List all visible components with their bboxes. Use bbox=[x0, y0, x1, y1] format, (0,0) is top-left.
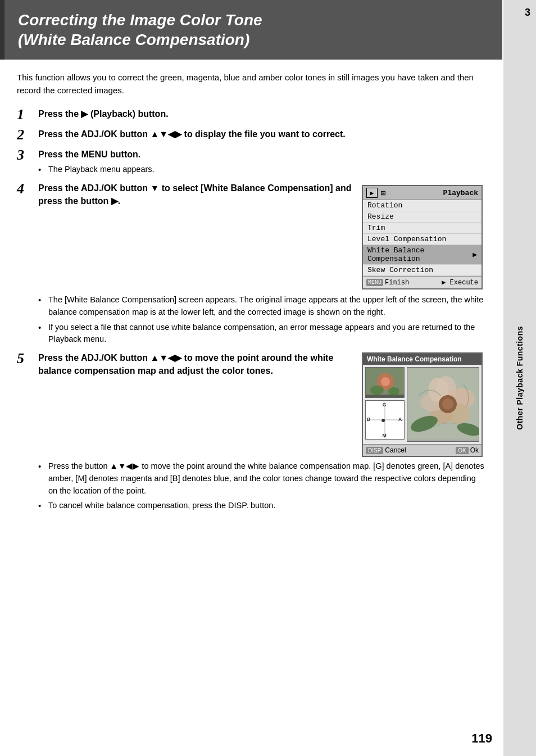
wb-right-img bbox=[407, 367, 479, 442]
step-2-title: Press the ADJ./OK button ▲▼◀▶ to display… bbox=[38, 128, 485, 141]
pm-item-level-compensation: Level Compensation bbox=[363, 234, 482, 245]
step-5-row: Press the ADJ./OK button ▲▼◀▶ to move th… bbox=[38, 351, 485, 457]
title-line1: Correcting the Image Color Tone bbox=[18, 11, 262, 29]
step-4-bullet-1: • The [White Balance Compensation] scree… bbox=[38, 294, 485, 319]
step-3-content: Press the MENU button. • The Playback me… bbox=[38, 148, 485, 176]
step-3-bullet-1: • The Playback menu appears. bbox=[38, 164, 485, 176]
pm-execute-label: ▶ Execute bbox=[442, 278, 478, 287]
step-4-bullet-2: • If you select a file that cannot use w… bbox=[38, 322, 485, 346]
step-5-number: 5 bbox=[17, 351, 38, 366]
step-5-bullet-1-text: Press the button ▲▼◀▶ to move the point … bbox=[48, 460, 485, 497]
step-4-content: Press the ADJ./OK button ▼ to select [Wh… bbox=[38, 182, 485, 346]
pm-footer: MENU Finish ▶ Execute bbox=[363, 276, 482, 288]
step-5-bullet-2: • To cancel white balance compensation, … bbox=[38, 500, 485, 513]
page-container: Correcting the Image Color Tone (White B… bbox=[0, 0, 536, 756]
step-4: 4 Press the ADJ./OK button ▼ to select [… bbox=[17, 182, 485, 346]
wb-cancel-label: Cancel bbox=[385, 446, 406, 454]
svg-point-2 bbox=[381, 377, 390, 386]
step-5-text: Press the ADJ./OK button ▲▼◀▶ to move th… bbox=[38, 351, 353, 377]
svg-text:A: A bbox=[398, 417, 402, 422]
sidebar: 3 Other Playback Functions bbox=[503, 0, 536, 756]
pm-icon-grid: ⊞ bbox=[381, 188, 385, 198]
wb-ok-label: Ok bbox=[470, 446, 479, 454]
header-banner: Correcting the Image Color Tone (White B… bbox=[0, 0, 502, 60]
step-3: 3 Press the MENU button. • The Playback … bbox=[17, 148, 485, 176]
svg-text:M: M bbox=[382, 433, 386, 438]
wb-footer: DISP Cancel OK Ok bbox=[363, 444, 482, 456]
pm-item-wb-compensation: White Balance Compensation ▶ bbox=[363, 245, 482, 265]
step-5-content: Press the ADJ./OK button ▲▼◀▶ to move th… bbox=[38, 351, 485, 513]
pm-item-resize: Resize bbox=[363, 211, 482, 223]
svg-rect-5 bbox=[366, 395, 405, 398]
step-5: 5 Press the ADJ./OK button ▲▼◀▶ to move … bbox=[17, 351, 485, 513]
step-4-bullet-1-text: The [White Balance Compensation] screen … bbox=[48, 294, 485, 319]
step-4-row: Press the ADJ./OK button ▼ to select [Wh… bbox=[38, 182, 485, 289]
pm-title: Playback bbox=[443, 189, 478, 197]
step-1-title: Press the ▶ (Playback) button. bbox=[38, 107, 485, 120]
step-3-bullet-text: The Playback menu appears. bbox=[48, 164, 155, 176]
step-4-text: Press the ADJ./OK button ▼ to select [Wh… bbox=[38, 182, 353, 207]
wb-comp-container: White Balance Compensation bbox=[362, 352, 483, 457]
pm-finish-label: Finish bbox=[385, 279, 409, 287]
step-2: 2 Press the ADJ./OK button ▲▼◀▶ to displ… bbox=[17, 128, 485, 142]
wb-ok-key: OK bbox=[456, 447, 468, 454]
sidebar-chapter-number: 3 bbox=[525, 7, 530, 19]
page-title: Correcting the Image Color Tone (White B… bbox=[10, 10, 485, 49]
wb-flower-svg bbox=[407, 368, 479, 440]
playback-menu: ▶ ⊞ Playback Rotation Resize bbox=[362, 185, 483, 289]
step-1-content: Press the ▶ (Playback) button. bbox=[38, 107, 485, 120]
step-3-number: 3 bbox=[17, 148, 38, 162]
step-3-title: Press the MENU button. bbox=[38, 148, 485, 161]
pm-item-trim: Trim bbox=[363, 223, 482, 234]
bullet-dot: • bbox=[38, 164, 48, 176]
svg-point-22 bbox=[442, 399, 453, 410]
step-5-bullet-1: • Press the button ▲▼◀▶ to move the poin… bbox=[38, 460, 485, 497]
step-1-number: 1 bbox=[17, 107, 38, 122]
step-4-bullet-2-text: If you select a file that cannot use whi… bbox=[48, 322, 485, 346]
bullet-dot: • bbox=[38, 294, 48, 319]
pm-header: ▶ ⊞ Playback bbox=[363, 186, 482, 200]
small-thumb-svg bbox=[366, 368, 405, 398]
pm-menu-key: MENU bbox=[366, 279, 383, 286]
pm-arrow-icon: ▶ bbox=[473, 250, 477, 259]
step-5-title: Press the ADJ./OK button ▲▼◀▶ to move th… bbox=[38, 351, 353, 377]
playback-menu-image: ▶ ⊞ Playback Rotation Resize bbox=[362, 185, 485, 289]
svg-point-3 bbox=[370, 386, 384, 395]
bullet-dot: • bbox=[38, 460, 48, 497]
step-2-content: Press the ADJ./OK button ▲▼◀▶ to display… bbox=[38, 128, 485, 141]
sidebar-label: Other Playback Functions bbox=[515, 326, 525, 430]
step-4-title: Press the ADJ./OK button ▼ to select [Wh… bbox=[38, 182, 353, 207]
title-line2: (White Balance Compensation) bbox=[18, 31, 249, 48]
step-1: 1 Press the ▶ (Playback) button. bbox=[17, 107, 485, 122]
bullet-dot: • bbox=[38, 500, 48, 513]
pm-item-skew-correction: Skew Correction bbox=[363, 265, 482, 276]
intro-text: This function allows you to correct the … bbox=[17, 71, 485, 97]
pm-item-rotation: Rotation bbox=[363, 200, 482, 211]
step-4-number: 4 bbox=[17, 182, 38, 196]
wb-comp-image: White Balance Compensation bbox=[362, 352, 485, 457]
bullet-dot: • bbox=[38, 322, 48, 346]
wb-comp-title: White Balance Compensation bbox=[363, 354, 482, 365]
svg-point-13 bbox=[381, 419, 385, 422]
pm-play-icon: ▶ bbox=[366, 188, 378, 198]
svg-text:G: G bbox=[383, 402, 387, 408]
wb-left-panel: G M B A bbox=[365, 367, 405, 442]
content-area: This function allows you to correct the … bbox=[0, 60, 502, 529]
page-number: 119 bbox=[471, 731, 492, 746]
wb-comp-inner: G M B A bbox=[363, 365, 482, 444]
wb-small-thumb bbox=[365, 367, 405, 398]
step-5-bullet-2-text: To cancel white balance compensation, pr… bbox=[48, 500, 275, 513]
svg-point-4 bbox=[388, 387, 399, 395]
wb-map-svg: G M B A bbox=[366, 400, 404, 440]
wb-map: G M B A bbox=[365, 400, 405, 440]
wb-disp-key: DISP bbox=[366, 447, 383, 454]
step-2-number: 2 bbox=[17, 128, 38, 142]
svg-text:B: B bbox=[367, 417, 370, 422]
